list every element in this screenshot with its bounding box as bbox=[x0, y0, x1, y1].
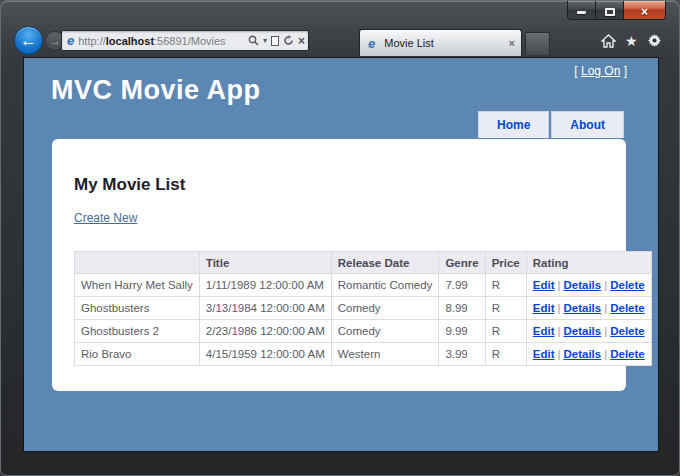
separator: | bbox=[604, 348, 607, 360]
back-arrow-icon: ← bbox=[20, 32, 37, 49]
favorites-star-icon[interactable]: ★ bbox=[625, 34, 638, 48]
movie-rating: R bbox=[485, 320, 526, 343]
tab-ie-icon: e bbox=[368, 37, 375, 50]
row-actions: Edit|Details|Delete bbox=[526, 320, 651, 343]
header-price: Price bbox=[485, 252, 526, 274]
delete-link[interactable]: Delete bbox=[610, 279, 645, 291]
table-header-row: Title Release Date Genre Price Rating bbox=[75, 252, 652, 274]
table-row: When Harry Met Sally 1/11/1989 12:00:00 … bbox=[75, 274, 652, 297]
minimize-icon bbox=[577, 11, 586, 14]
movie-rating: R bbox=[485, 274, 526, 297]
movie-date: 1/11/1989 12:00:00 AM bbox=[199, 274, 331, 297]
main-content-panel: My Movie List Create New Title Release D… bbox=[52, 139, 626, 391]
forward-arrow-icon: → bbox=[49, 35, 61, 47]
row-actions: Edit|Details|Delete bbox=[526, 274, 651, 297]
movie-rating: R bbox=[485, 297, 526, 320]
url-rest: :56891/Movies bbox=[154, 35, 226, 47]
delete-link[interactable]: Delete bbox=[610, 302, 645, 314]
separator: | bbox=[558, 302, 561, 314]
movie-genre: Romantic Comedy bbox=[331, 274, 439, 297]
page-viewport: [ Log On ] MVC Movie App Home About My M… bbox=[23, 57, 659, 452]
movie-name: Ghostbusters bbox=[75, 297, 200, 320]
log-on-link[interactable]: Log On bbox=[581, 64, 620, 78]
menu-item-about[interactable]: About bbox=[551, 111, 624, 138]
separator: | bbox=[604, 279, 607, 291]
header-release-date: Release Date bbox=[331, 252, 439, 274]
separator: | bbox=[558, 279, 561, 291]
compatibility-view-icon[interactable] bbox=[271, 36, 279, 46]
movie-price: 7.99 bbox=[439, 274, 485, 297]
site-title: MVC Movie App bbox=[51, 75, 261, 106]
maximize-icon bbox=[605, 8, 615, 16]
movie-name: When Harry Met Sally bbox=[75, 274, 200, 297]
minimize-button[interactable] bbox=[567, 1, 596, 20]
details-link[interactable]: Details bbox=[564, 325, 602, 337]
search-icon[interactable] bbox=[248, 35, 259, 46]
settings-gear-icon[interactable] bbox=[647, 33, 662, 48]
tab-movie-list[interactable]: e Movie List × bbox=[359, 29, 522, 56]
movie-genre: Comedy bbox=[331, 320, 439, 343]
movies-table: Title Release Date Genre Price Rating Wh… bbox=[74, 251, 652, 366]
movie-date: 3/13/1984 12:00:00 AM bbox=[199, 297, 331, 320]
back-button[interactable]: ← bbox=[14, 26, 43, 55]
menu-item-home[interactable]: Home bbox=[478, 111, 549, 138]
main-menu: Home About bbox=[478, 111, 624, 138]
header-genre: Genre bbox=[439, 252, 485, 274]
table-row: Rio Bravo 4/15/1959 12:00:00 AM Western … bbox=[75, 343, 652, 366]
details-link[interactable]: Details bbox=[564, 348, 602, 360]
tab-title: Movie List bbox=[384, 37, 503, 49]
edit-link[interactable]: Edit bbox=[533, 325, 555, 337]
header-blank bbox=[75, 252, 200, 274]
row-actions: Edit|Details|Delete bbox=[526, 297, 651, 320]
refresh-icon[interactable] bbox=[283, 35, 294, 46]
movie-price: 8.99 bbox=[439, 297, 485, 320]
separator: | bbox=[604, 325, 607, 337]
home-icon[interactable] bbox=[601, 34, 616, 48]
browser-toolbar: ★ bbox=[601, 33, 662, 48]
address-bar[interactable]: e http://localhost:56891/Movies ▾ × bbox=[61, 30, 309, 51]
movie-rating: R bbox=[485, 343, 526, 366]
header-title: Title bbox=[199, 252, 331, 274]
edit-link[interactable]: Edit bbox=[533, 302, 555, 314]
movie-date: 4/15/1959 12:00:00 AM bbox=[199, 343, 331, 366]
logon-area: [ Log On ] bbox=[574, 64, 627, 78]
delete-link[interactable]: Delete bbox=[610, 325, 645, 337]
url-prefix: http:// bbox=[78, 35, 106, 47]
stop-icon[interactable]: × bbox=[298, 35, 305, 47]
logon-bracket-open: [ bbox=[574, 64, 581, 78]
url-host: localhost bbox=[106, 35, 154, 47]
new-tab-button[interactable] bbox=[525, 32, 550, 55]
separator: | bbox=[558, 348, 561, 360]
table-row: Ghostbusters 2 2/23/1986 12:00:00 AM Com… bbox=[75, 320, 652, 343]
page-heading: My Movie List bbox=[74, 175, 185, 195]
movie-genre: Comedy bbox=[331, 297, 439, 320]
create-new-link[interactable]: Create New bbox=[74, 211, 137, 225]
close-button[interactable]: × bbox=[624, 1, 666, 20]
movie-price: 3.99 bbox=[439, 343, 485, 366]
browser-window: × ← → e http://localhost:56891/Movies ▾ … bbox=[0, 0, 680, 476]
url-dropdown-icon[interactable]: ▾ bbox=[263, 37, 267, 45]
delete-link[interactable]: Delete bbox=[610, 348, 645, 360]
header-rating: Rating bbox=[526, 252, 651, 274]
separator: | bbox=[604, 302, 607, 314]
details-link[interactable]: Details bbox=[564, 302, 602, 314]
movie-genre: Western bbox=[331, 343, 439, 366]
url-text[interactable]: http://localhost:56891/Movies bbox=[78, 35, 248, 47]
tab-close-icon[interactable]: × bbox=[509, 37, 515, 49]
address-bar-icons: ▾ × bbox=[248, 35, 305, 47]
movie-date: 2/23/1986 12:00:00 AM bbox=[199, 320, 331, 343]
logon-bracket-close: ] bbox=[620, 64, 627, 78]
row-actions: Edit|Details|Delete bbox=[526, 343, 651, 366]
movie-name: Rio Bravo bbox=[75, 343, 200, 366]
window-controls: × bbox=[567, 1, 666, 20]
close-icon: × bbox=[641, 7, 648, 17]
maximize-button[interactable] bbox=[596, 1, 624, 20]
table-row: Ghostbusters 3/13/1984 12:00:00 AM Comed… bbox=[75, 297, 652, 320]
edit-link[interactable]: Edit bbox=[533, 348, 555, 360]
details-link[interactable]: Details bbox=[564, 279, 602, 291]
movie-name: Ghostbusters 2 bbox=[75, 320, 200, 343]
movie-price: 9.99 bbox=[439, 320, 485, 343]
edit-link[interactable]: Edit bbox=[533, 279, 555, 291]
ie-logo-icon: e bbox=[67, 34, 74, 47]
separator: | bbox=[558, 325, 561, 337]
